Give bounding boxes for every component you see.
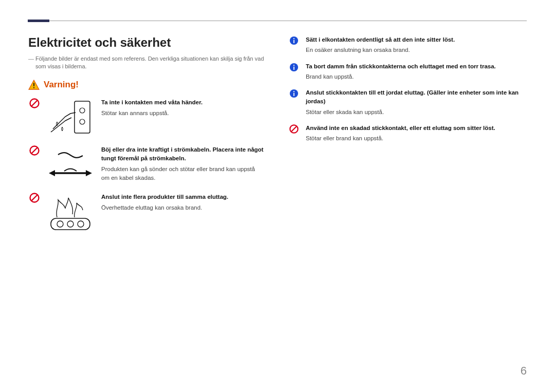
notice-text: Använd inte en skadad stickkontakt, elle… xyxy=(306,124,527,143)
right-notice-list: Sätt i elkontakten ordentligt så att den… xyxy=(289,35,527,143)
svg-rect-5 xyxy=(75,101,90,133)
notice-text: Ta bort damm från stickkontakterna och e… xyxy=(306,62,527,82)
svg-line-28 xyxy=(291,126,297,132)
notice-text: Anslut stickkontakten till ett jordat el… xyxy=(306,88,527,117)
prohibit-icon xyxy=(28,193,41,233)
info-icon xyxy=(289,35,300,55)
warning-body: Produkten kan gå sönder och stötar eller… xyxy=(101,165,265,183)
notice-text: Sätt i elkontakten ordentligt så att den… xyxy=(306,35,527,55)
notice-body: Stötar eller brand kan uppstå. xyxy=(306,134,527,143)
warning-item: Böj eller dra inte kraftigt i strömkabel… xyxy=(28,145,265,185)
notice-heading: Sätt i elkontakten ordentligt så att den… xyxy=(306,35,527,44)
svg-rect-22 xyxy=(293,66,294,69)
top-horizontal-rule xyxy=(28,21,527,21)
section-title: Elektricitet och säkerhet xyxy=(28,35,265,50)
warning-item: Ta inte i kontakten med våta händer.Stöt… xyxy=(28,98,265,138)
page-number: 6 xyxy=(521,364,527,378)
notice-item: Sätt i elkontakten ordentligt så att den… xyxy=(289,35,527,55)
reference-note: Följande bilder är endast med som refere… xyxy=(28,55,265,70)
warning-text: Anslut inte flera produkter till samma e… xyxy=(101,193,265,233)
warning-body: Stötar kan annars uppstå. xyxy=(101,109,265,118)
svg-line-4 xyxy=(32,100,38,106)
left-column: Elektricitet och säkerhet Följande bilde… xyxy=(28,35,265,240)
notice-body: En osäker anslutning kan orsaka brand. xyxy=(306,46,527,54)
notice-item: Anslut stickkontakten till ett jordat el… xyxy=(289,88,527,117)
svg-line-9 xyxy=(32,147,38,153)
warning-body: Överhettade eluttag kan orsaka brand. xyxy=(101,203,265,212)
notice-item: Använd inte en skadad stickkontakt, elle… xyxy=(289,124,527,143)
notice-item: Ta bort damm från stickkontakterna och e… xyxy=(289,62,527,82)
svg-marker-10 xyxy=(49,170,55,176)
right-column: Sätt i elkontakten ordentligt så att den… xyxy=(289,35,527,240)
notice-body: Stötar eller skada kan uppstå. xyxy=(306,108,527,117)
svg-rect-25 xyxy=(293,93,294,96)
warning-heading: Böj eller dra inte kraftigt i strömkabel… xyxy=(101,145,265,163)
info-icon xyxy=(289,62,300,82)
notice-heading: Använd inte en skadad stickkontakt, elle… xyxy=(306,124,527,133)
warning-item: Anslut inte flera produkter till samma e… xyxy=(28,193,265,233)
svg-rect-2 xyxy=(33,87,34,88)
prohibit-icon xyxy=(28,145,41,185)
svg-rect-20 xyxy=(293,38,294,39)
notice-heading: Ta bort damm från stickkontakterna och e… xyxy=(306,62,527,71)
svg-marker-11 xyxy=(86,170,92,176)
warning-triangle-icon xyxy=(28,80,40,90)
illustration-icon xyxy=(48,145,94,185)
prohibit-icon xyxy=(28,98,41,138)
svg-rect-1 xyxy=(33,83,34,86)
warning-text: Böj eller dra inte kraftigt i strömkabel… xyxy=(101,145,265,185)
warning-header: Varning! xyxy=(28,80,265,90)
info-icon xyxy=(289,88,300,117)
svg-rect-26 xyxy=(293,91,294,92)
warning-heading: Ta inte i kontakten med våta händer. xyxy=(101,98,265,107)
left-warning-list: Ta inte i kontakten med våta händer.Stöt… xyxy=(28,98,265,233)
svg-rect-23 xyxy=(293,65,294,66)
notice-heading: Anslut stickkontakten till ett jordat el… xyxy=(306,88,527,106)
svg-line-13 xyxy=(32,195,38,200)
illustration-icon xyxy=(48,98,94,138)
svg-rect-19 xyxy=(293,40,294,43)
warning-text: Ta inte i kontakten med våta händer.Stöt… xyxy=(101,98,265,138)
warning-label: Varning! xyxy=(44,80,79,90)
notice-body: Brand kan uppstå. xyxy=(306,72,527,81)
two-column-layout: Elektricitet och säkerhet Följande bilde… xyxy=(28,35,527,240)
warning-heading: Anslut inte flera produkter till samma e… xyxy=(101,193,265,201)
illustration-icon xyxy=(48,193,94,233)
prohibit-icon xyxy=(289,124,300,143)
